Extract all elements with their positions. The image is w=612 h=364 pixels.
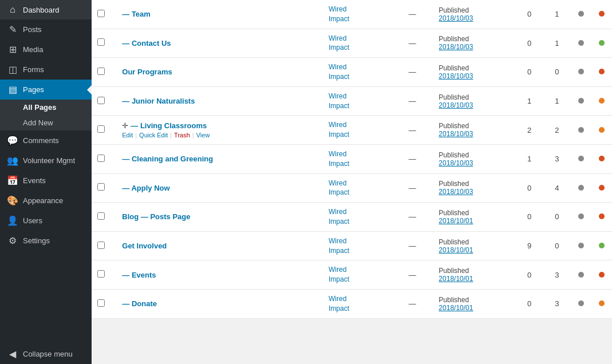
author-cell: —	[392, 86, 433, 116]
page-title-link[interactable]: Blog — Posts Page	[122, 212, 190, 221]
theme-value: WiredImpact	[329, 295, 349, 312]
sidebar-item-label: Comments	[23, 136, 59, 145]
sidebar-item-pages[interactable]: ▤ Pages	[0, 80, 92, 100]
theme-value: WiredImpact	[329, 5, 349, 23]
row-checkbox[interactable]	[97, 212, 105, 220]
appearance-icon: 🎨	[7, 195, 18, 206]
dot2-indicator	[599, 185, 605, 191]
page-title-link[interactable]: — Contact Us	[122, 39, 171, 48]
row-checkbox[interactable]	[97, 97, 105, 104]
table-body: — Team WiredImpact — Published 2018/10/0…	[92, 0, 612, 318]
row-checkbox[interactable]	[97, 183, 105, 191]
publish-status: Published	[439, 267, 510, 275]
checkbox-cell	[92, 116, 116, 145]
date-link[interactable]: 2018/10/03	[439, 14, 510, 22]
dot2-cell	[591, 173, 612, 203]
count1-cell: 0	[516, 0, 543, 29]
title-cell: Our Programs	[116, 58, 323, 87]
checkbox-cell	[92, 0, 116, 29]
page-title-link[interactable]: — Apply Now	[122, 184, 169, 192]
sidebar-item-users[interactable]: 👤 Users	[0, 211, 92, 231]
row-checkbox[interactable]	[97, 10, 105, 17]
dot1-cell	[571, 0, 591, 29]
sidebar-item-volunteer-mgmt[interactable]: 👥 Volunteer Mgmt	[0, 151, 92, 171]
publish-status: Published	[439, 296, 510, 304]
page-title-link[interactable]: Get Involved	[122, 242, 167, 250]
sidebar-item-collapse[interactable]: ◀ Collapse menu	[0, 344, 92, 364]
publish-status: Published	[439, 151, 510, 159]
page-title-link[interactable]: — Events	[122, 271, 156, 279]
checkbox-cell	[92, 231, 116, 260]
row-checkbox[interactable]	[97, 68, 105, 75]
date-link[interactable]: 2018/10/03	[439, 188, 510, 196]
row-checkbox[interactable]	[97, 270, 105, 278]
page-title-link[interactable]: Our Programs	[122, 68, 172, 76]
count2-cell: 4	[543, 173, 571, 203]
title-cell: — Apply Now	[116, 173, 323, 203]
sidebar-item-forms[interactable]: ◫ Forms	[0, 60, 92, 80]
date-value: Published 2018/10/03	[439, 6, 510, 22]
count1-cell: 9	[516, 231, 543, 260]
dot2-indicator	[599, 127, 605, 133]
title-cell: Get Involved	[116, 231, 323, 260]
sep: |	[135, 132, 137, 139]
dot2-cell	[591, 231, 612, 260]
row-checkbox[interactable]	[97, 38, 105, 46]
sidebar-subitem-add-new[interactable]: Add New	[0, 115, 92, 130]
row-checkbox[interactable]	[97, 125, 105, 133]
row-checkbox[interactable]	[97, 155, 105, 162]
date-link[interactable]: 2018/10/01	[439, 217, 510, 225]
date-link[interactable]: 2018/10/01	[439, 304, 510, 312]
dot2-cell	[591, 29, 612, 58]
date-link[interactable]: 2018/10/03	[439, 159, 510, 167]
dot1-indicator	[578, 69, 584, 74]
sidebar-item-label: Events	[23, 176, 46, 185]
sidebar-item-settings[interactable]: ⚙ Settings	[0, 231, 92, 251]
dot1-cell	[571, 289, 591, 318]
row-checkbox[interactable]	[97, 299, 105, 307]
sidebar-item-appearance[interactable]: 🎨 Appearance	[0, 191, 92, 211]
table-row: — Events WiredImpact — Published 2018/10…	[92, 260, 612, 290]
sidebar-item-media[interactable]: ⊞ Media	[0, 39, 92, 60]
quick-edit-link[interactable]: Quick Edit	[139, 132, 168, 139]
page-title-link[interactable]: — Donate	[122, 299, 157, 308]
pages-table: — Team WiredImpact — Published 2018/10/0…	[92, 0, 612, 319]
page-title-link[interactable]: — Team	[122, 10, 151, 18]
sidebar-item-posts[interactable]: ✎ Posts	[0, 19, 92, 39]
date-cell: Published 2018/10/03	[433, 144, 515, 173]
checkbox-cell	[92, 203, 116, 232]
date-link[interactable]: 2018/10/03	[439, 101, 510, 109]
view-link[interactable]: View	[196, 132, 210, 139]
table-row: Get Involved WiredImpact — Published 201…	[92, 231, 612, 260]
publish-status: Published	[439, 93, 510, 101]
dot2-cell	[591, 144, 612, 173]
theme-cell: WiredImpact	[323, 0, 392, 29]
sidebar-item-comments[interactable]: 💬 Comments	[0, 130, 92, 151]
page-title-link[interactable]: — Cleaning and Greening	[122, 155, 213, 163]
table-row: ✛— Living Classrooms Edit | Quick Edit |…	[92, 116, 612, 145]
date-link[interactable]: 2018/10/01	[439, 275, 510, 283]
table-row: — Contact Us WiredImpact — Published 201…	[92, 29, 612, 58]
date-link[interactable]: 2018/10/03	[439, 130, 510, 138]
theme-cell: WiredImpact	[323, 116, 392, 145]
row-checkbox[interactable]	[97, 242, 105, 249]
sidebar-item-dashboard[interactable]: ⌂ Dashboard	[0, 0, 92, 19]
sidebar-subitem-all-pages[interactable]: All Pages	[0, 100, 92, 115]
trash-link[interactable]: Trash	[174, 132, 190, 139]
sidebar-item-events[interactable]: 📅 Events	[0, 171, 92, 191]
dot1-cell	[571, 86, 591, 116]
date-link[interactable]: 2018/10/03	[439, 43, 510, 51]
date-link[interactable]: 2018/10/01	[439, 246, 510, 254]
page-title-link[interactable]: — Living Classrooms	[131, 121, 207, 130]
edit-link[interactable]: Edit	[122, 132, 133, 139]
date-cell: Published 2018/10/03	[433, 86, 515, 116]
date-value: Published 2018/10/03	[439, 180, 510, 196]
sidebar-item-label: Settings	[23, 236, 50, 245]
date-cell: Published 2018/10/03	[433, 58, 515, 87]
events-icon: 📅	[7, 175, 18, 186]
table-row: Blog — Posts Page WiredImpact — Publishe…	[92, 203, 612, 232]
table-row: — Apply Now WiredImpact — Published 2018…	[92, 173, 612, 203]
page-title-link[interactable]: — Junior Naturalists	[122, 97, 195, 105]
sep: |	[170, 132, 172, 139]
date-link[interactable]: 2018/10/03	[439, 72, 510, 80]
